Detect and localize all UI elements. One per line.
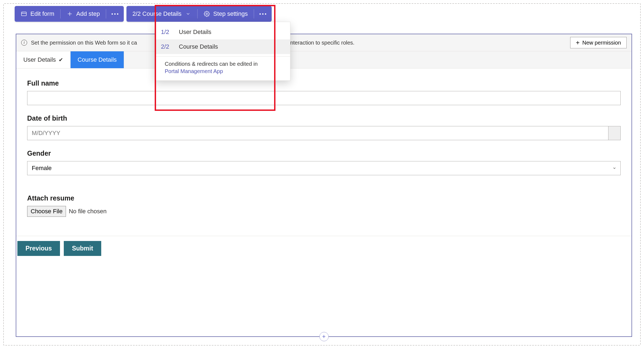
edit-toolbar: Edit form Add step [15, 6, 124, 22]
date-picker-button[interactable] [608, 126, 621, 140]
add-step-button[interactable]: Add step [61, 6, 106, 22]
full-name-label: Full name [27, 79, 621, 87]
toolbar2-more-button[interactable] [254, 6, 272, 22]
plus-icon: + [576, 39, 580, 46]
gear-icon [204, 11, 210, 17]
svg-rect-0 [21, 12, 26, 16]
gender-select[interactable] [27, 161, 621, 175]
field-dob: Date of birth [27, 114, 621, 140]
full-name-input[interactable] [27, 91, 621, 105]
plus-icon: + [322, 333, 326, 340]
dropdown-footer-text: Conditions & redirects can be edited in [165, 61, 258, 67]
step-tabs: User Details ✔ Course Details [16, 51, 632, 68]
field-attach-resume: Attach resume Choose File No file chosen [27, 194, 621, 217]
edit-form-label: Edit form [30, 10, 54, 17]
chevron-down-icon [185, 11, 191, 17]
dob-label: Date of birth [27, 114, 621, 122]
portal-mgmt-link[interactable]: Portal Management App [165, 68, 284, 74]
tab-course-details[interactable]: Course Details [71, 51, 124, 68]
form-component[interactable]: i Set the permission on this Web form so… [16, 34, 632, 337]
dropdown-footer: Conditions & redirects can be edited in … [155, 57, 290, 80]
edit-form-button[interactable]: Edit form [15, 6, 60, 22]
add-step-label: Add step [76, 10, 100, 17]
file-status-text: No file chosen [69, 208, 106, 215]
step-selector-label: 2/2 Course Details [132, 10, 182, 17]
step-dropdown: 1/2 User Details 2/2 Course Details Cond… [155, 22, 290, 81]
more-icon [259, 13, 266, 15]
dropdown-item-num: 2/2 [161, 43, 173, 50]
tab-label: User Details [23, 56, 56, 63]
add-component-handle[interactable]: + [319, 332, 329, 341]
form-fields: Full name Date of birth Gender [16, 68, 632, 236]
dropdown-item-label: User Details [179, 29, 211, 36]
step-settings-button[interactable]: Step settings [198, 6, 254, 22]
info-icon: i [21, 40, 27, 46]
new-permission-button[interactable]: + New permission [570, 37, 627, 48]
new-permission-label: New permission [582, 40, 621, 46]
attach-resume-label: Attach resume [27, 194, 621, 202]
dropdown-item-label: Course Details [179, 43, 218, 50]
field-full-name: Full name [27, 79, 621, 105]
dropdown-item-course-details[interactable]: 2/2 Course Details [155, 39, 290, 54]
svg-point-2 [22, 12, 23, 13]
chevron-down-icon [613, 166, 616, 170]
submit-button[interactable]: Submit [64, 241, 101, 256]
dropdown-item-user-details[interactable]: 1/2 User Details [155, 25, 290, 39]
check-icon: ✔ [59, 57, 63, 63]
previous-button[interactable]: Previous [17, 241, 60, 256]
svg-point-5 [206, 13, 208, 15]
info-text-before: Set the permission on this Web form so i… [31, 40, 137, 46]
toolbar1-more-button[interactable] [106, 6, 124, 22]
step-toolbar: 2/2 Course Details Step settings [126, 6, 272, 22]
step-settings-label: Step settings [213, 10, 248, 17]
form-actions: Previous Submit [16, 236, 632, 267]
permission-info-bar: i Set the permission on this Web form so… [16, 34, 632, 51]
step-selector-button[interactable]: 2/2 Course Details [126, 6, 197, 22]
tab-label: Course Details [78, 56, 117, 63]
plus-icon [66, 11, 73, 17]
form-icon [21, 11, 27, 17]
gender-label: Gender [27, 149, 621, 157]
toolbar-row: Edit form Add step 2/2 Course Details [4, 4, 640, 22]
more-icon [112, 13, 118, 15]
dropdown-item-num: 1/2 [161, 29, 173, 36]
editor-canvas: Edit form Add step 2/2 Course Details [3, 3, 641, 346]
tab-user-details[interactable]: User Details ✔ [16, 51, 71, 68]
field-gender: Gender [27, 149, 621, 175]
dob-input[interactable] [27, 126, 608, 140]
choose-file-button[interactable]: Choose File [27, 206, 66, 217]
